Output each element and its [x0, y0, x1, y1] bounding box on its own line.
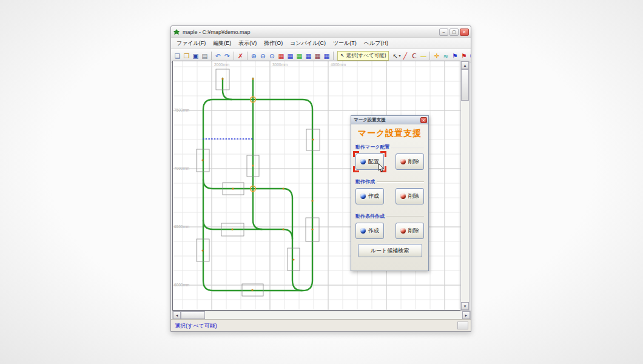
minimize-button[interactable]: –	[439, 29, 448, 36]
vertical-scroll-thumb[interactable]	[461, 69, 469, 101]
group-label-row: 動作マーク配置	[355, 144, 424, 150]
dialog-close-button[interactable]: ✕	[420, 117, 427, 123]
track-node-dot[interactable]	[231, 228, 233, 230]
undo-icon[interactable]: ↶	[214, 51, 223, 61]
track-node-dot[interactable]	[201, 249, 203, 251]
layer-route-icon[interactable]: ▦	[295, 51, 304, 61]
track-node-dot[interactable]	[311, 200, 313, 201]
menu-item-2[interactable]: 表示(V)	[235, 38, 260, 49]
track-node-dot[interactable]	[311, 228, 313, 230]
track-node-dot[interactable]	[201, 159, 203, 161]
line-tool-icon[interactable]: ╱	[400, 51, 409, 61]
group-divider	[391, 147, 424, 148]
grid-y-label: 6000mm	[174, 283, 189, 287]
track-node-dot[interactable]	[282, 228, 284, 230]
maximize-button[interactable]: ▢	[449, 29, 459, 36]
layer-area-icon[interactable]: ▦	[313, 51, 322, 61]
menu-item-5[interactable]: ツール(T)	[329, 38, 360, 49]
zoom-in-icon[interactable]: ⊕	[249, 51, 258, 61]
delete-icon[interactable]: ✗	[236, 51, 245, 61]
horizontal-scrollbar[interactable]: ◂ ▸	[172, 311, 471, 320]
flag-red-icon[interactable]: ⚑	[459, 51, 468, 61]
print-icon[interactable]: ▤	[200, 51, 209, 61]
grid-y-label: 7000mm	[174, 166, 189, 170]
delete-button[interactable]: 削除	[396, 188, 424, 204]
scroll-left-button[interactable]: ◂	[173, 311, 181, 319]
zoom-fit-icon[interactable]: ⊙	[268, 51, 277, 61]
scroll-right-button[interactable]: ▸	[462, 311, 470, 319]
track-node-dot[interactable]	[252, 164, 254, 166]
menu-item-0[interactable]: ファイル(F)	[173, 38, 209, 49]
dialog-body: 動作マーク配置配置削除動作作成作成削除動作条件作成作成削除ルート候補検索	[351, 144, 428, 257]
arc-tool-icon[interactable]: C	[409, 51, 419, 61]
track-segment	[203, 220, 283, 229]
group-label-row: 動作作成	[355, 178, 424, 185]
app-icon	[173, 29, 180, 36]
menu-item-4[interactable]: コンパイル(C)	[286, 38, 329, 49]
zoom-out-icon[interactable]: ⊖	[258, 51, 268, 61]
vertical-scrollbar[interactable]: ▴ ▾	[460, 61, 470, 311]
group-label: 動作マーク配置	[355, 144, 389, 150]
delete-button[interactable]: 削除	[396, 153, 424, 170]
redo-icon[interactable]: ↷	[223, 51, 232, 61]
close-button[interactable]: ✕	[460, 29, 469, 36]
window-controls: –▢✕	[438, 29, 469, 36]
layer-node-icon[interactable]: ▦	[304, 51, 313, 61]
menu-item-3[interactable]: 操作(O)	[260, 38, 286, 49]
select-cursor-icon: ↖	[340, 53, 345, 58]
toolbar-separator	[247, 52, 247, 60]
delete-button[interactable]: 削除	[396, 223, 424, 239]
grid-x-label: 4000mm	[331, 62, 346, 67]
place-button[interactable]: 配置	[355, 153, 384, 170]
track-node-dot[interactable]	[251, 289, 253, 291]
group-label: 動作作成	[355, 178, 375, 185]
track-segment	[203, 99, 312, 291]
track-node-dot[interactable]	[312, 138, 314, 140]
dialog-group-2: 動作条件作成作成削除	[355, 213, 424, 239]
group-label: 動作条件作成	[355, 213, 385, 220]
layer-mark-icon[interactable]: ▦	[286, 51, 295, 61]
selection-handle	[353, 151, 359, 157]
menu-item-1[interactable]: 編集(E)	[209, 38, 235, 49]
layer-grid-icon[interactable]: ▦	[322, 51, 331, 61]
select-mode-box[interactable]: ↖選択(すべて可能)	[337, 51, 389, 61]
blue-sphere-icon	[360, 194, 366, 199]
route-search-button[interactable]: ルート候補検索	[358, 244, 422, 257]
scroll-up-button[interactable]: ▴	[461, 61, 469, 69]
track-node-dot[interactable]	[232, 187, 234, 189]
track-node-dot[interactable]	[282, 187, 284, 189]
new-file-icon[interactable]: ❏	[173, 51, 182, 61]
layer-track-icon[interactable]: ▦	[277, 51, 286, 61]
dialog-titlebar[interactable]: マーク設置支援 ✕	[351, 116, 428, 124]
button-label: 作成	[368, 192, 379, 200]
track-node-dot[interactable]	[252, 78, 254, 79]
open-file-icon[interactable]: ❐	[182, 51, 191, 61]
info-icon[interactable]: ⓘ	[468, 51, 471, 61]
window-titlebar[interactable]: maple - C:¥map¥demo.map –▢✕	[171, 26, 471, 38]
create-button[interactable]: 作成	[355, 223, 384, 239]
flag-blue-icon[interactable]: ⚑	[450, 51, 459, 61]
button-label: 削除	[408, 158, 419, 166]
red-sphere-icon	[400, 194, 406, 199]
status-bar: 選択(すべて可能)	[171, 319, 471, 331]
add-point-tool-icon[interactable]: ✛	[432, 51, 441, 61]
create-button[interactable]: 作成	[355, 188, 384, 204]
desktop: maple - C:¥map¥demo.map –▢✕ ファイル(F)編集(E)…	[0, 0, 643, 364]
track-node-dot[interactable]	[221, 78, 223, 79]
mouse-cursor-icon	[377, 163, 385, 174]
status-grip	[457, 322, 468, 329]
selection-handle	[353, 166, 359, 172]
menu-item-6[interactable]: ヘルプ(H)	[360, 38, 392, 49]
toolbar-separator	[211, 52, 212, 60]
scroll-down-button[interactable]: ▾	[461, 302, 469, 310]
spline-tool-icon[interactable]: ≈	[441, 51, 450, 61]
status-text: 選択(すべて可能)	[175, 322, 217, 330]
button-label: 削除	[408, 227, 419, 235]
horizontal-scroll-thumb[interactable]	[181, 311, 205, 319]
toolbar-separator	[429, 52, 430, 60]
save-icon[interactable]: ▣	[191, 51, 200, 61]
yellow-line-tool-icon[interactable]: —	[419, 51, 428, 61]
track-node-dot[interactable]	[292, 258, 294, 260]
red-sphere-icon	[400, 228, 406, 234]
grid-x-label: 2000mm	[214, 62, 229, 67]
